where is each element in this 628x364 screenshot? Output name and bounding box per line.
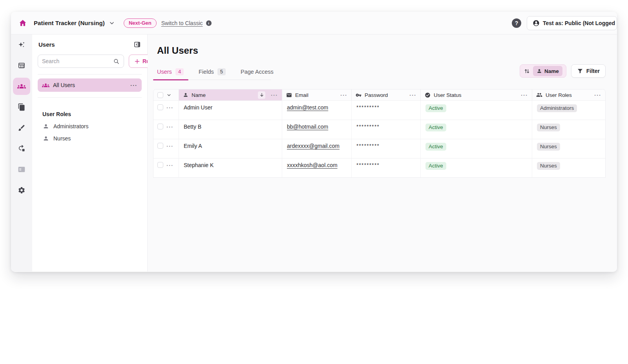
row-menu-icon[interactable]: ··· bbox=[166, 143, 173, 149]
column-header-user-roles[interactable]: User Roles ··· bbox=[532, 89, 605, 100]
top-bar-right: ? Test as: Public (Not Logged bbox=[512, 16, 617, 30]
page-title: All Users bbox=[157, 45, 606, 56]
row-checkbox[interactable] bbox=[157, 124, 163, 129]
user-roles-heading: User Roles bbox=[38, 111, 142, 117]
sidebar-role-item[interactable]: Nurses bbox=[38, 135, 142, 142]
info-icon[interactable]: i bbox=[206, 20, 212, 26]
email-cell: admin@test.com bbox=[282, 101, 351, 120]
password-cell: ********* bbox=[351, 139, 420, 158]
role-badge: Administrators bbox=[537, 104, 577, 112]
role-list: Administrators Nurses bbox=[38, 123, 142, 142]
status-badge: Active bbox=[425, 162, 446, 170]
column-label: User Status bbox=[434, 92, 462, 98]
next-gen-badge: Next-Gen bbox=[124, 18, 157, 28]
sidebar-role-item[interactable]: Administrators bbox=[38, 123, 142, 129]
tab-users-count: 4 bbox=[175, 68, 184, 75]
row-select-cell: ··· bbox=[153, 120, 179, 139]
chevron-down-icon[interactable] bbox=[109, 20, 115, 26]
row-checkbox[interactable] bbox=[157, 143, 163, 149]
email-link[interactable]: admin@test.com bbox=[287, 104, 328, 111]
tab-users[interactable]: Users 4 bbox=[157, 68, 184, 75]
email-link[interactable]: ardexxxx@gmail.com bbox=[287, 143, 340, 149]
table-row: ··· Betty B bb@hotmail.com ********* Act… bbox=[153, 120, 605, 139]
column-header-email[interactable]: Email ··· bbox=[282, 89, 351, 100]
table-icon[interactable] bbox=[13, 57, 30, 74]
sort-field-pill: Name bbox=[533, 66, 562, 76]
password-masked: ********* bbox=[356, 143, 380, 149]
table-header: Name ··· Email ··· bbox=[153, 89, 605, 100]
test-as-label: Test as: Public (Not Logged bbox=[543, 20, 615, 26]
column-menu-icon[interactable]: ··· bbox=[409, 92, 416, 98]
name-cell: Stephanie K bbox=[179, 158, 282, 177]
row-menu-icon[interactable]: ··· bbox=[166, 124, 173, 130]
email-link[interactable]: bb@hotmail.com bbox=[287, 124, 328, 130]
email-cell: bb@hotmail.com bbox=[282, 120, 351, 139]
sidebar: Users Role bbox=[32, 35, 148, 271]
email-link[interactable]: xxxxhkosh@aol.com bbox=[287, 162, 338, 168]
row-checkbox[interactable] bbox=[157, 104, 163, 110]
tab-page-access[interactable]: Page Access bbox=[241, 68, 274, 75]
role-name: Administrators bbox=[53, 123, 88, 129]
group-icon bbox=[42, 82, 49, 89]
column-header-name[interactable]: Name ··· bbox=[179, 89, 282, 100]
password-masked: ********* bbox=[356, 162, 380, 168]
home-icon[interactable] bbox=[17, 18, 28, 29]
gear-icon[interactable] bbox=[13, 182, 30, 199]
brush-icon[interactable] bbox=[13, 119, 30, 136]
users-icon[interactable] bbox=[13, 78, 30, 95]
sidebar-item-all-users[interactable]: All Users ··· bbox=[38, 78, 142, 92]
select-all-header bbox=[153, 89, 179, 100]
copy-icon[interactable] bbox=[13, 98, 30, 116]
email-cell: xxxxhkosh@aol.com bbox=[282, 158, 351, 177]
row-checkbox[interactable] bbox=[157, 162, 163, 168]
password-masked: ********* bbox=[356, 104, 380, 110]
roles-cell: Nurses bbox=[532, 139, 605, 158]
status-cell: Active bbox=[420, 101, 532, 120]
filter-button[interactable]: Filter bbox=[571, 64, 606, 78]
column-menu-icon[interactable]: ··· bbox=[594, 92, 601, 98]
role-name: Nurses bbox=[53, 135, 71, 142]
test-as-button[interactable]: Test as: Public (Not Logged bbox=[527, 16, 617, 30]
more-options-icon[interactable]: ··· bbox=[130, 82, 137, 88]
column-menu-icon[interactable]: ··· bbox=[271, 92, 278, 98]
person-icon bbox=[537, 68, 542, 74]
sparkles-icon[interactable] bbox=[13, 36, 30, 53]
help-icon[interactable]: ? bbox=[512, 18, 521, 28]
chevron-down-icon[interactable] bbox=[166, 93, 172, 98]
column-menu-icon[interactable]: ··· bbox=[340, 92, 347, 98]
status-badge: Active bbox=[425, 124, 446, 131]
select-all-checkbox[interactable] bbox=[157, 92, 163, 98]
search-box bbox=[38, 55, 124, 68]
table-row: ··· Admin User admin@test.com ********* … bbox=[153, 100, 605, 120]
row-select-cell: ··· bbox=[153, 139, 179, 158]
tab-fields-label: Fields bbox=[199, 69, 214, 75]
password-cell: ********* bbox=[351, 101, 420, 120]
email-cell: ardexxxx@gmail.com bbox=[282, 139, 351, 158]
tab-page-access-label: Page Access bbox=[241, 69, 274, 75]
collapse-panel-icon[interactable] bbox=[133, 41, 141, 48]
sort-direction-icon[interactable] bbox=[258, 91, 265, 99]
column-header-password[interactable]: Password ··· bbox=[351, 89, 420, 100]
status-badge: Active bbox=[425, 143, 446, 151]
roles-cell: Nurses bbox=[532, 158, 605, 177]
role-badge: Nurses bbox=[537, 124, 560, 131]
person-icon bbox=[43, 135, 49, 142]
status-cell: Active bbox=[420, 139, 532, 158]
password-cell: ********* bbox=[351, 120, 420, 139]
row-menu-icon[interactable]: ··· bbox=[166, 105, 173, 111]
flow-icon[interactable] bbox=[13, 140, 30, 157]
column-header-user-status[interactable]: User Status ··· bbox=[420, 89, 532, 100]
card-icon[interactable] bbox=[13, 161, 30, 178]
sort-button[interactable]: Name bbox=[520, 64, 566, 78]
password-masked: ********* bbox=[356, 124, 380, 129]
role-badge: Nurses bbox=[537, 143, 560, 151]
switch-to-classic-link[interactable]: Switch to Classic bbox=[161, 20, 203, 26]
tab-fields[interactable]: Fields 5 bbox=[199, 68, 226, 75]
search-input[interactable] bbox=[42, 58, 113, 64]
column-label: Name bbox=[192, 92, 206, 98]
mail-icon bbox=[286, 92, 292, 98]
row-menu-icon[interactable]: ··· bbox=[166, 162, 173, 168]
sort-arrows-icon bbox=[524, 68, 530, 75]
column-menu-icon[interactable]: ··· bbox=[521, 92, 528, 98]
user-name: Betty B bbox=[184, 124, 201, 130]
